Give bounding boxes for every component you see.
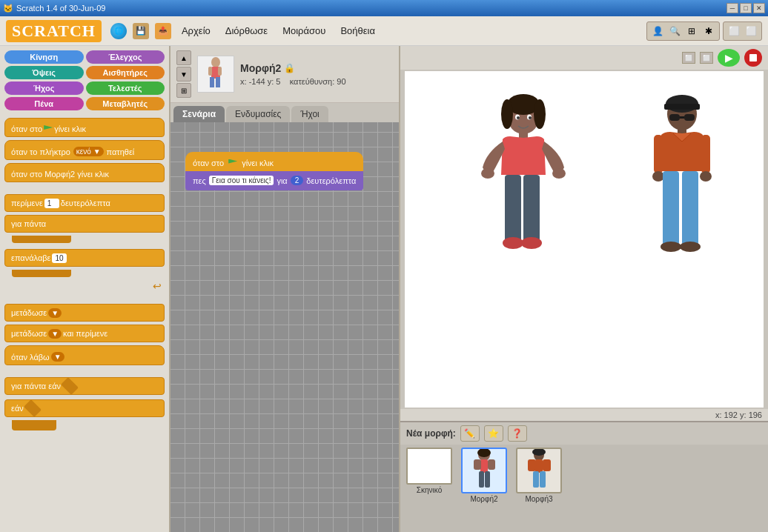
svg-point-28 xyxy=(700,171,712,182)
block-broadcast-wait[interactable]: μετάδωσε ▼ και περίμενε xyxy=(4,325,165,342)
block-when-flag[interactable]: όταν στο γίνει κλικ xyxy=(4,118,165,137)
sprites-panel: Νέα μορφή: ✏️ ⭐ ❓ Σκηνικό xyxy=(400,421,768,532)
svg-rect-13 xyxy=(505,175,521,242)
category-sensors[interactable]: Αισθητήρες xyxy=(86,66,165,79)
paint-sprite-button[interactable]: ✏️ xyxy=(460,425,480,442)
stage-size-2[interactable]: ⬜ xyxy=(700,52,713,64)
category-looks[interactable]: Όψεις xyxy=(4,66,84,79)
menu-file[interactable]: Αρχείο xyxy=(177,24,215,38)
globe-icon[interactable]: 🌐 xyxy=(110,23,127,39)
category-pen[interactable]: Πένα xyxy=(4,97,84,110)
zoom-icon[interactable]: 🔍 xyxy=(667,24,682,39)
block-when-receive[interactable]: όταν λάβω ▼ xyxy=(4,345,165,365)
titlebar-icon: 🐱 xyxy=(3,4,13,13)
repeat-input[interactable]: 10 xyxy=(52,253,67,263)
category-operators[interactable]: Τελεστές xyxy=(86,82,165,95)
tabs: Σενάρια Ενδυμασίες Ήχοι xyxy=(171,103,399,122)
svg-point-0 xyxy=(211,57,220,67)
category-motion[interactable]: Κίνηση xyxy=(4,50,84,64)
sprite-ctrl-up[interactable]: ▲ xyxy=(176,50,191,65)
sprite-ctrl-full[interactable]: ⊞ xyxy=(176,83,191,98)
camera-sprite-button[interactable]: ❓ xyxy=(508,425,527,442)
sprite-controls: ▲ ▼ ⊞ xyxy=(176,50,191,98)
script-block-say[interactable]: πες Γεια σου τι κάνεις! για 2 δευτερόλεπ… xyxy=(185,171,363,190)
broadcast-dropdown[interactable]: ▼ xyxy=(48,308,62,318)
titlebar-left: 🐱 Scratch 1.4 of 30-Jun-09 xyxy=(3,4,105,13)
menu-edit[interactable]: Διόρθωσε xyxy=(221,24,272,38)
block-wait[interactable]: περίμενε 1 δευτερόλεπτα xyxy=(4,194,165,212)
category-variables[interactable]: Μεταβλητές xyxy=(86,97,165,110)
layout1-icon[interactable]: ⬜ xyxy=(726,24,741,39)
stage[interactable] xyxy=(405,71,764,408)
block-forever[interactable]: για πάντα xyxy=(4,215,165,233)
svg-point-12 xyxy=(552,168,566,179)
tab-scripts[interactable]: Σενάρια xyxy=(173,106,225,122)
go-button[interactable]: ▶ xyxy=(718,49,740,67)
stage-coords: x: 192 y: 196 xyxy=(715,410,762,419)
svg-rect-42 xyxy=(488,459,495,470)
user-icon[interactable]: 👤 xyxy=(650,24,665,39)
app-window: SCRATCH 🌐 💾 📤 Αρχείο Διόρθωσε Μοιράσου Β… xyxy=(0,16,768,532)
minimize-button[interactable]: ─ xyxy=(726,3,738,13)
save-icon[interactable]: 💾 xyxy=(133,23,149,39)
script-container: όταν στο γίνει κλικ πες Γεια σου τι κάνε… xyxy=(185,152,363,190)
sprite-item-morfi3[interactable]: Μορφή3 xyxy=(513,448,565,503)
close-button[interactable]: ✕ xyxy=(753,3,765,13)
category-sound[interactable]: Ήχος xyxy=(4,82,84,95)
menubar: SCRATCH 🌐 💾 📤 Αρχείο Διόρθωσε Μοιράσου Β… xyxy=(0,16,768,46)
say-text-input[interactable]: Γεια σου τι κάνεις! xyxy=(209,176,274,185)
broadcast-wait-dropdown[interactable]: ▼ xyxy=(48,329,62,339)
sprite-ctrl-down[interactable]: ▼ xyxy=(176,67,191,82)
block-when-key[interactable]: όταν το πλήκτρο κενό ▼ πατηθεί xyxy=(4,140,165,160)
block-forever-if[interactable]: για πάντα εάν xyxy=(4,377,165,395)
wait-input[interactable]: 1 xyxy=(44,199,59,208)
sprite-thumb-svg xyxy=(199,56,233,92)
scene-item[interactable]: Σκηνικό xyxy=(403,448,455,494)
if-diamond xyxy=(24,399,42,417)
stop-button[interactable] xyxy=(744,49,762,67)
key-dropdown[interactable]: κενό ▼ xyxy=(73,147,104,156)
svg-rect-38 xyxy=(480,459,488,473)
star-sprite-button[interactable]: ⭐ xyxy=(484,425,503,442)
tab-costumes[interactable]: Ενδυμασίες xyxy=(226,106,290,122)
block-repeat-bottom xyxy=(12,270,71,277)
svg-point-16 xyxy=(521,237,542,249)
repeat-arrow: ↩ xyxy=(153,280,162,292)
svg-rect-30 xyxy=(682,171,698,245)
say-duration-input[interactable]: 2 xyxy=(291,176,304,185)
share-icon[interactable]: 📤 xyxy=(155,23,171,39)
svg-rect-46 xyxy=(533,471,539,488)
svg-point-32 xyxy=(680,242,701,252)
script-flag-icon xyxy=(228,159,237,167)
script-block-hat[interactable]: όταν στο γίνει κλικ xyxy=(185,152,363,171)
block-repeat[interactable]: επανάλαβε 10 xyxy=(4,249,165,267)
receive-dropdown[interactable]: ▼ xyxy=(51,352,64,362)
block-broadcast[interactable]: μετάδωσε ▼ xyxy=(4,304,165,322)
sprite-item-morfi2[interactable]: Μορφή2 xyxy=(458,448,510,503)
boy-svg xyxy=(645,93,719,279)
svg-point-11 xyxy=(481,168,494,179)
category-control[interactable]: Έλεγχος xyxy=(86,50,165,64)
sprites-list: Σκηνικό xyxy=(400,445,768,532)
svg-rect-2 xyxy=(210,77,214,87)
stage-size-1[interactable]: ⬜ xyxy=(682,52,695,64)
menu-share[interactable]: Μοιράσου xyxy=(278,24,330,38)
svg-point-15 xyxy=(503,237,523,249)
scene-label: Σκηνικό xyxy=(417,486,442,494)
tab-sounds[interactable]: Ήχοι xyxy=(291,106,328,122)
svg-rect-25 xyxy=(654,135,663,173)
maximize-button[interactable]: □ xyxy=(740,3,752,13)
block-if[interactable]: εάν xyxy=(4,399,165,417)
layout2-icon[interactable]: ⬜ xyxy=(744,24,758,39)
titlebar: 🐱 Scratch 1.4 of 30-Jun-09 ─ □ ✕ xyxy=(0,0,768,16)
svg-rect-49 xyxy=(543,459,551,471)
titlebar-controls[interactable]: ─ □ ✕ xyxy=(726,3,765,13)
right-panel: ⬜ ⬜ ▶ xyxy=(400,46,768,532)
script-canvas[interactable]: όταν στο γίνει κλικ πες Γεια σου τι κάνε… xyxy=(171,122,399,532)
lock-icon: 🔒 xyxy=(284,63,295,73)
block-when-sprite[interactable]: όταν στο Μορφή2 γίνει κλικ xyxy=(4,163,165,182)
grid-icon[interactable]: ⊞ xyxy=(684,24,699,39)
menu-help[interactable]: Βοήθεια xyxy=(336,24,380,38)
svg-point-31 xyxy=(661,242,681,252)
scissors-icon[interactable]: ✱ xyxy=(701,24,716,39)
